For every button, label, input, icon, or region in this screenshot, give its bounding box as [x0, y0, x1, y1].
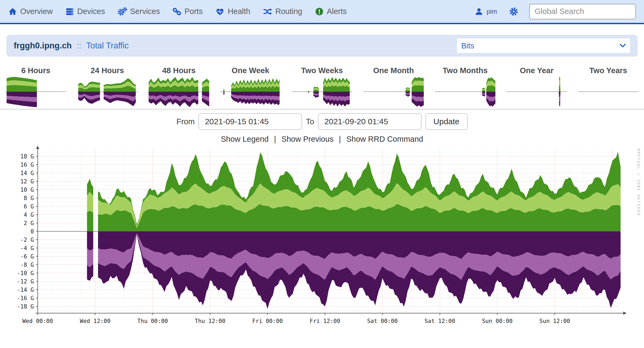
nav-item-health[interactable]: Health [215, 7, 250, 16]
timerange-label: 48 Hours [143, 66, 215, 75]
svg-text:Wed 00:00: Wed 00:00 [22, 318, 53, 324]
svg-text:-4 G: -4 G [20, 245, 34, 251]
timerange-label: One Year [501, 66, 572, 75]
svg-text:2 G: 2 G [24, 220, 34, 226]
timerange-label: Two Months [429, 66, 501, 75]
nav-item-ports[interactable]: Ports [172, 7, 203, 16]
svg-text:0: 0 [30, 228, 34, 235]
svg-text:18 G: 18 G [20, 153, 34, 160]
timerange-48-hours[interactable]: 48 Hours [143, 66, 215, 109]
traffic-graph: 18 G16 G14 G12 G10 G8 G6 G4 G2 G0-2 G-4 … [0, 145, 644, 333]
svg-text:6 G: 6 G [24, 203, 34, 210]
svg-text:12 G: 12 G [20, 178, 34, 185]
to-label: To [306, 117, 314, 126]
heartbeat-icon [215, 7, 225, 16]
home-icon [8, 7, 17, 16]
svg-text:-14 G: -14 G [17, 287, 34, 293]
daterange-controls: From To Update [0, 113, 644, 130]
svg-text:-10 G: -10 G [17, 270, 34, 276]
nav-item-alerts[interactable]: Alerts [315, 7, 347, 16]
svg-text:Sat 00:00: Sat 00:00 [367, 318, 398, 324]
shuffle-icon [263, 7, 272, 16]
svg-text:Fri 00:00: Fri 00:00 [252, 318, 283, 324]
chevron-down-icon [620, 44, 626, 48]
to-date-input[interactable] [318, 113, 422, 130]
svg-text:Thu 00:00: Thu 00:00 [137, 318, 168, 324]
nav-label: Alerts [327, 7, 347, 16]
timerange-24-hours[interactable]: 24 Hours [72, 66, 143, 109]
server-icon [65, 7, 74, 16]
global-search-input[interactable] [529, 4, 636, 19]
timerange-one-week[interactable]: One Week [215, 66, 286, 109]
graph-links: Show Legend | Show Previous | Show RRD C… [0, 135, 644, 144]
svg-text:4 G: 4 G [24, 212, 34, 218]
timerange-two-weeks[interactable]: Two Weeks [286, 66, 358, 109]
svg-text:-6 G: -6 G [20, 253, 34, 260]
rrdtool-watermark: RRDTOOL / TOBI OETIKER [636, 148, 641, 216]
timerange-label: One Month [358, 66, 429, 75]
nav-item-devices[interactable]: Devices [65, 7, 105, 16]
unit-select-value: Bits [461, 41, 474, 50]
settings-button[interactable] [509, 7, 519, 16]
show-previous-link[interactable]: Show Previous [281, 135, 333, 143]
nav-item-routing[interactable]: Routing [263, 7, 302, 16]
nav-label: Routing [275, 7, 302, 16]
breadcrumb-separator: :: [77, 41, 81, 50]
from-date-input[interactable] [198, 113, 302, 130]
svg-text:8 G: 8 G [24, 195, 34, 201]
svg-text:Sat 12:00: Sat 12:00 [425, 318, 455, 324]
nav-label: Services [130, 7, 160, 16]
alert-circle-icon [315, 7, 324, 16]
svg-text:-12 G: -12 G [17, 278, 34, 285]
svg-text:14 G: 14 G [20, 170, 34, 176]
link-separator: | [274, 135, 276, 143]
svg-text:Sun 12:00: Sun 12:00 [540, 318, 570, 324]
unit-select[interactable]: Bits [457, 38, 630, 53]
svg-text:Fri 12:00: Fri 12:00 [310, 318, 340, 324]
traffic-graph-section: 18 G16 G14 G12 G10 G8 G6 G4 G2 G0-2 G-4 … [0, 145, 644, 334]
timerange-one-year[interactable]: One Year [501, 66, 572, 109]
svg-text:-8 G: -8 G [20, 262, 34, 268]
svg-text:-16 G: -16 G [17, 295, 34, 301]
svg-text:Thu 12:00: Thu 12:00 [195, 318, 225, 324]
link-icon [172, 7, 181, 16]
nav-label: Health [228, 7, 250, 16]
gears-icon [117, 7, 127, 16]
svg-text:16 G: 16 G [20, 162, 34, 168]
nav-item-services[interactable]: Services [117, 7, 160, 16]
timerange-one-month[interactable]: One Month [358, 66, 429, 109]
top-nav: Overview Devices Services [0, 0, 644, 24]
page-header-panel: frggh0.ipng.ch :: Total Traffic Bits [6, 35, 638, 56]
user-icon [475, 7, 483, 16]
show-legend-link[interactable]: Show Legend [221, 135, 268, 143]
timerange-label: 24 Hours [72, 66, 143, 75]
update-button[interactable]: Update [425, 113, 468, 130]
timerange-label: 6 Hours [0, 66, 72, 75]
user-menu[interactable]: pim [475, 7, 497, 16]
timerange-thumbnails: 6 Hours24 Hours48 HoursOne WeekTwo Weeks… [0, 66, 644, 109]
gear-icon [509, 7, 519, 16]
nav-item-overview[interactable]: Overview [8, 7, 53, 16]
link-separator: | [339, 135, 341, 143]
page-title: Total Traffic [86, 41, 129, 50]
breadcrumb: frggh0.ipng.ch :: Total Traffic [14, 41, 129, 51]
timerange-label: One Week [215, 66, 286, 75]
username: pim [486, 8, 497, 15]
timerange-6-hours[interactable]: 6 Hours [0, 66, 72, 109]
show-rrd-command-link[interactable]: Show RRD Command [346, 135, 423, 143]
from-label: From [176, 117, 195, 126]
hostname[interactable]: frggh0.ipng.ch [14, 41, 72, 50]
timerange-two-months[interactable]: Two Months [429, 66, 501, 109]
svg-text:-2 G: -2 G [20, 237, 34, 243]
svg-text:Wed 12:00: Wed 12:00 [80, 318, 110, 324]
svg-text:Sun 00:00: Sun 00:00 [482, 318, 513, 324]
nav-label: Overview [20, 7, 53, 16]
svg-text:-18 G: -18 G [17, 303, 34, 310]
timerange-two-years[interactable]: Two Years [572, 66, 644, 109]
nav-label: Devices [77, 7, 105, 16]
nav-label: Ports [184, 7, 203, 16]
timerange-label: Two Weeks [286, 66, 358, 75]
svg-text:10 G: 10 G [20, 187, 34, 193]
timerange-label: Two Years [572, 66, 644, 75]
